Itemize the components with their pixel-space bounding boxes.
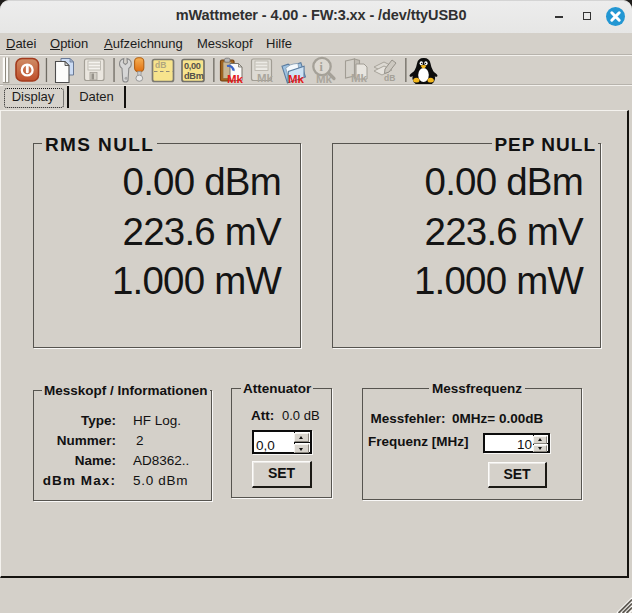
svg-text:dBm: dBm bbox=[184, 71, 204, 81]
svg-text:Mk: Mk bbox=[227, 73, 244, 85]
svg-text:Mk: Mk bbox=[316, 73, 333, 85]
svg-text:dB: dB bbox=[155, 60, 166, 70]
svg-text:Mk: Mk bbox=[257, 72, 274, 84]
svg-text:Mk: Mk bbox=[288, 73, 305, 85]
svg-text:0,00: 0,00 bbox=[184, 61, 201, 71]
svg-text:dB: dB bbox=[384, 73, 395, 83]
svg-text:Mk: Mk bbox=[351, 72, 368, 84]
